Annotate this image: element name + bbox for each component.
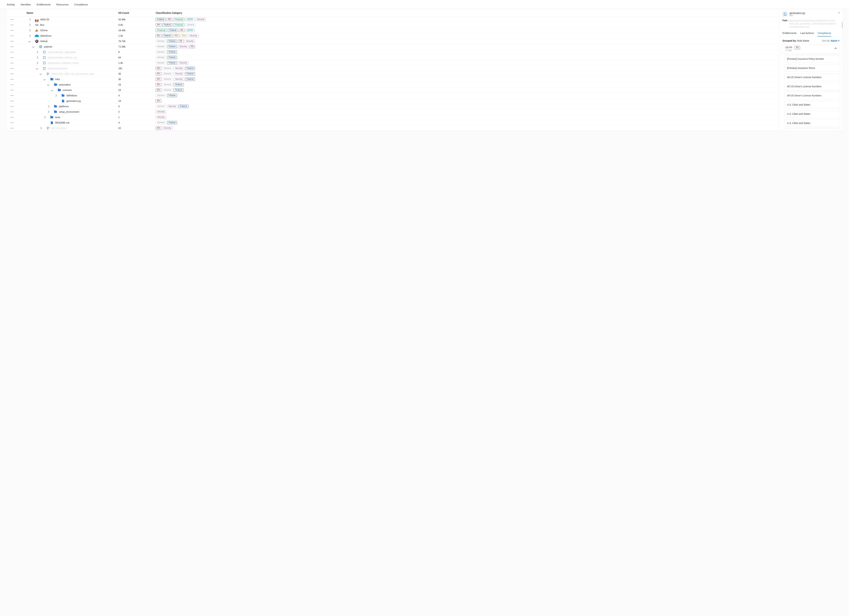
table-row[interactable]: •••polyrizeactivity_enforce_ng64GeneralF… xyxy=(6,55,843,60)
row-actions-icon[interactable]: ••• xyxy=(6,78,18,80)
chevron-right-icon[interactable] xyxy=(36,51,38,53)
table-row[interactable]: •••boxBox5.0kPIIFederalFinancialGeneral xyxy=(6,22,843,28)
chevron-right-icon[interactable] xyxy=(43,116,46,118)
rule-item[interactable]: US Birth Date xyxy=(784,128,840,131)
table-row[interactable]: •••polyrizeautomation181PIIGeneralSecuri… xyxy=(6,66,843,71)
table-row[interactable]: •••polyrizesync_backend_broker1.0kGenera… xyxy=(6,60,843,66)
table-row[interactable]: •••polyrize71.08kGeneralFederalSecurityP… xyxy=(6,44,843,49)
row-actions-icon[interactable]: ••• xyxy=(6,100,18,103)
table-row[interactable]: •••polyrizeactivity_aggregator8GeneralFe… xyxy=(6,49,843,55)
chevron-right-icon[interactable] xyxy=(28,19,31,20)
row-actions-icon[interactable]: ••• xyxy=(6,45,18,48)
row-label: dev_the_devs xyxy=(51,127,66,129)
row-actions-icon[interactable]: ••• xyxy=(6,127,18,129)
chevron-right-icon[interactable] xyxy=(47,106,49,107)
table-row[interactable]: •••dev_the_devs22PIISecurity xyxy=(6,125,843,131)
chevron-right-icon[interactable] xyxy=(28,24,31,26)
tab-compliance[interactable]: Compliance xyxy=(74,3,88,6)
row-actions-icon[interactable]: ••• xyxy=(6,94,18,97)
chevron-right-icon[interactable] xyxy=(36,62,38,64)
panel-tab-compliance[interactable]: Compliance xyxy=(818,31,831,37)
rule-item[interactable]: All US Driver's License Numbers xyxy=(784,92,840,99)
table-row[interactable]: •••DACLOUD_3016_box_permission_roles35PI… xyxy=(6,71,843,77)
tab-entitlements[interactable]: Entitlements xyxy=(37,3,51,6)
table-row[interactable]: •••setup_environment2Security xyxy=(6,109,843,115)
tab-resources[interactable]: Resources xyxy=(57,3,69,6)
table-row[interactable]: •••common23PIIGeneralFederal xyxy=(6,88,843,93)
scrollbar[interactable] xyxy=(842,22,843,28)
classification-tag: Federal xyxy=(167,51,177,54)
row-label: GDrive xyxy=(40,29,48,32)
user-icon xyxy=(39,45,42,48)
table-row[interactable]: •••README.md4GeneralFederal xyxy=(6,120,843,125)
chevron-right-icon[interactable] xyxy=(36,57,38,58)
rule-group[interactable]: US PII PII 17 Hits xyxy=(782,44,840,54)
classification-tag: PII xyxy=(178,40,183,43)
row-actions-icon[interactable]: ••• xyxy=(6,73,18,75)
table-row[interactable]: •••GitHub79.73kGeneralFederalPIISecurity xyxy=(6,39,843,44)
row-actions-icon[interactable]: ••• xyxy=(6,110,18,113)
chevron-right-icon[interactable] xyxy=(47,111,49,113)
row-actions-icon[interactable]: ••• xyxy=(6,56,18,59)
chevron-down-icon[interactable] xyxy=(51,89,53,91)
table-row[interactable]: •••definitions4GeneralFederal xyxy=(6,93,843,98)
row-actions-icon[interactable]: ••• xyxy=(6,34,18,37)
panel-tab-entitlements[interactable]: Entitlements xyxy=(782,31,797,37)
row-actions-icon[interactable]: ••• xyxy=(6,24,18,26)
col-cat: Classification Category xyxy=(156,12,843,14)
rule-item[interactable]: U.S. Cities and States xyxy=(784,110,840,118)
rule-item[interactable]: All US Driver's License Numbers xyxy=(784,73,840,81)
row-actions-icon[interactable]: ••• xyxy=(6,51,18,54)
row-actions-icon[interactable]: ••• xyxy=(6,89,18,91)
panel-tab-last-actions[interactable]: Last Actions xyxy=(800,31,814,37)
table-row[interactable]: •••automation23PIIGeneralFederal xyxy=(6,82,843,88)
row-hit-count: 30 xyxy=(118,78,156,80)
tab-activity[interactable]: Activity xyxy=(7,3,15,6)
row-label: Box xyxy=(40,24,44,26)
row-actions-icon[interactable]: ••• xyxy=(6,121,18,124)
chevron-right-icon[interactable] xyxy=(28,30,31,31)
table-row[interactable]: •••platforms5GeneralSecurityFederal xyxy=(6,104,843,109)
chevron-down-icon[interactable] xyxy=(28,40,31,42)
close-icon[interactable]: × xyxy=(838,11,840,15)
row-actions-icon[interactable]: ••• xyxy=(6,62,18,64)
github-icon xyxy=(35,40,39,43)
classification-tag: Security xyxy=(174,77,184,81)
classification-tag: General xyxy=(162,83,173,86)
chevron-down-icon[interactable] xyxy=(40,73,42,75)
row-actions-icon[interactable]: ••• xyxy=(6,67,18,70)
chevron-right-icon[interactable] xyxy=(55,95,57,97)
classification-tag: Financial xyxy=(173,23,185,27)
row-actions-icon[interactable]: ••• xyxy=(6,18,18,21)
row-actions-icon[interactable]: ••• xyxy=(6,105,18,108)
sort-by[interactable]: Sort by: Name xyxy=(822,39,839,42)
table-row[interactable]: •••infra30PIIGeneralSecurityFederal xyxy=(6,77,843,82)
rule-item[interactable]: [Preview] Insurance Policy Number xyxy=(784,55,840,62)
rule-item[interactable]: U.S. Cities and States xyxy=(784,119,840,127)
row-hit-count: 1 xyxy=(118,116,156,119)
row-actions-icon[interactable]: ••• xyxy=(6,83,18,86)
table-row[interactable]: •••tests1Security xyxy=(6,115,843,120)
table-row[interactable]: •••Salesforce1.3kPIIFederalPCIPHISecurit… xyxy=(6,33,843,39)
chevron-down-icon[interactable] xyxy=(36,68,38,69)
chevron-right-icon[interactable] xyxy=(28,35,31,37)
chevron-down-icon[interactable] xyxy=(32,46,34,48)
chevron-right-icon[interactable] xyxy=(40,127,42,129)
row-actions-icon[interactable]: ••• xyxy=(6,29,18,32)
row-classification: GeneralSecurityFederal xyxy=(156,105,843,108)
row-label: polyrizeactivity_enforce_ng xyxy=(48,56,76,59)
chevron-down-icon[interactable] xyxy=(47,84,49,86)
rule-item[interactable]: [Preview] Insurance Terms xyxy=(784,64,840,72)
table-row[interactable]: •••GDrive18.45kFinancialFederalPIIGDPR xyxy=(6,28,843,33)
row-hit-count: 79.73k xyxy=(118,40,156,43)
tab-identities[interactable]: Identities xyxy=(21,3,31,6)
chevron-down-icon[interactable] xyxy=(43,79,46,80)
table-row[interactable]: •••AWS S352.96kFederalPIIFinancialGDPRSe… xyxy=(6,17,843,22)
table-row[interactable]: •••generators.py19PII xyxy=(6,98,843,104)
rule-item[interactable]: U.S. Cities and States xyxy=(784,101,840,109)
row-label: AWS S3 xyxy=(40,18,49,21)
row-actions-icon[interactable]: ••• xyxy=(6,40,18,43)
svg-point-3 xyxy=(47,127,48,128)
row-actions-icon[interactable]: ••• xyxy=(6,116,18,119)
rule-item[interactable]: All US Driver's License Numbers xyxy=(784,83,840,90)
